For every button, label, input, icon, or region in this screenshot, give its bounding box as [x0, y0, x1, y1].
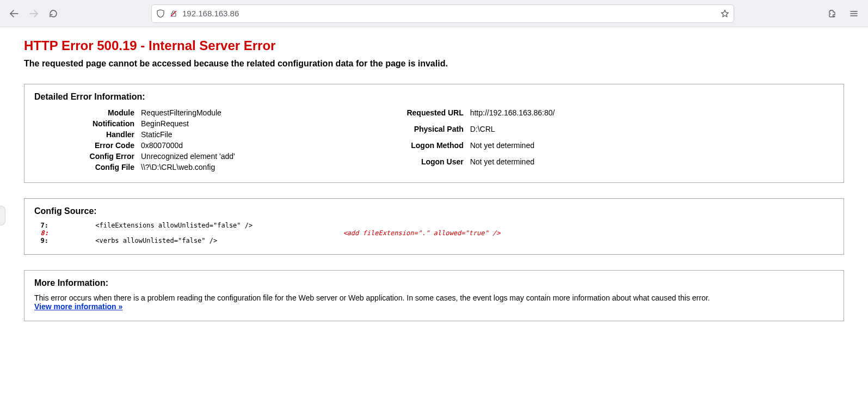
- detail-value: D:\CRL: [467, 124, 558, 140]
- line-content: <fileExtensions allowUnlisted="false" />: [56, 222, 253, 229]
- detail-row: ModuleRequestFilteringModule: [56, 107, 238, 118]
- bookmark-star-icon[interactable]: [721, 9, 729, 18]
- detail-value: BeginRequest: [138, 118, 238, 129]
- line-content: <add fileExtension="." allowed="true" />: [56, 229, 500, 237]
- browser-toolbar: 192.168.163.86: [0, 0, 868, 27]
- address-bar[interactable]: 192.168.163.86: [151, 4, 734, 23]
- reload-icon: [49, 9, 58, 18]
- detail-row: Error Code0x8007000d: [56, 140, 238, 151]
- detail-label: Requested URL: [369, 107, 467, 124]
- more-information-box: More Information: This error occurs when…: [24, 270, 844, 321]
- forward-button[interactable]: [25, 5, 42, 22]
- extensions-button[interactable]: [823, 5, 841, 22]
- detail-label: Logon Method: [369, 140, 467, 156]
- error-subtitle: The requested page cannot be accessed be…: [24, 59, 844, 69]
- detail-label: Physical Path: [369, 124, 467, 140]
- detail-label: Logon User: [369, 156, 467, 173]
- detail-row: HandlerStaticFile: [56, 129, 238, 140]
- view-more-information-link[interactable]: View more information »: [34, 302, 122, 311]
- detail-value: Not yet determined: [467, 156, 558, 173]
- details-left-column: ModuleRequestFilteringModuleNotification…: [56, 107, 238, 173]
- detail-value: RequestFilteringModule: [138, 107, 238, 118]
- detail-value: 0x8007000d: [138, 140, 238, 151]
- back-button[interactable]: [5, 5, 23, 22]
- sidebar-handle[interactable]: [0, 206, 5, 225]
- detail-value: Not yet determined: [467, 140, 558, 156]
- detail-label: Notification: [56, 118, 138, 129]
- line-number: 9:: [34, 237, 56, 244]
- config-source-heading: Config Source:: [34, 206, 834, 216]
- shield-icon: [156, 9, 165, 18]
- more-information-text: This error occurs when there is a proble…: [34, 293, 834, 302]
- detail-value: http://192.168.163.86:80/: [467, 107, 558, 124]
- line-content: <verbs allowUnlisted="false" />: [56, 237, 217, 244]
- toolbar-right: [823, 5, 863, 22]
- details-right-column: Requested URLhttp://192.168.163.86:80/Ph…: [369, 107, 558, 173]
- detail-row: Requested URLhttp://192.168.163.86:80/: [369, 107, 558, 124]
- error-title: HTTP Error 500.19 - Internal Server Erro…: [24, 38, 844, 53]
- error-page: HTTP Error 500.19 - Internal Server Erro…: [0, 27, 868, 347]
- detailed-error-heading: Detailed Error Information:: [34, 92, 834, 102]
- detail-row: Config File\\?\D:\CRL\web.config: [56, 162, 238, 173]
- line-number: 8:: [34, 229, 56, 237]
- detail-label: Handler: [56, 129, 138, 140]
- detail-row: Config ErrorUnrecognized element 'add': [56, 151, 238, 162]
- insecure-lock-icon: [169, 9, 178, 18]
- config-source-box: Config Source: 7: <fileExtensions allowU…: [24, 198, 844, 255]
- detail-label: Config File: [56, 162, 138, 173]
- detail-row: NotificationBeginRequest: [56, 118, 238, 129]
- puzzle-icon: [828, 9, 836, 18]
- config-line: 8: <add fileExtension="." allowed="true"…: [34, 229, 834, 237]
- detail-label: Module: [56, 107, 138, 118]
- config-source-lines: 7: <fileExtensions allowUnlisted="false"…: [34, 222, 834, 244]
- arrow-right-icon: [29, 9, 38, 18]
- arrow-left-icon: [10, 9, 19, 18]
- hamburger-icon: [849, 9, 858, 18]
- url-text: 192.168.163.86: [182, 9, 716, 18]
- config-line: 7: <fileExtensions allowUnlisted="false"…: [34, 222, 834, 229]
- detailed-error-box: Detailed Error Information: ModuleReques…: [24, 84, 844, 183]
- detail-label: Error Code: [56, 140, 138, 151]
- detail-value: StaticFile: [138, 129, 238, 140]
- detail-row: Physical PathD:\CRL: [369, 124, 558, 140]
- config-line: 9: <verbs allowUnlisted="false" />: [34, 237, 834, 244]
- line-number: 7:: [34, 222, 56, 229]
- more-information-heading: More Information:: [34, 278, 834, 288]
- reload-button[interactable]: [45, 5, 62, 22]
- detail-label: Config Error: [56, 151, 138, 162]
- detail-value: \\?\D:\CRL\web.config: [138, 162, 238, 173]
- detail-value: Unrecognized element 'add': [138, 151, 238, 162]
- menu-button[interactable]: [845, 5, 863, 22]
- detail-row: Logon MethodNot yet determined: [369, 140, 558, 156]
- detail-row: Logon UserNot yet determined: [369, 156, 558, 173]
